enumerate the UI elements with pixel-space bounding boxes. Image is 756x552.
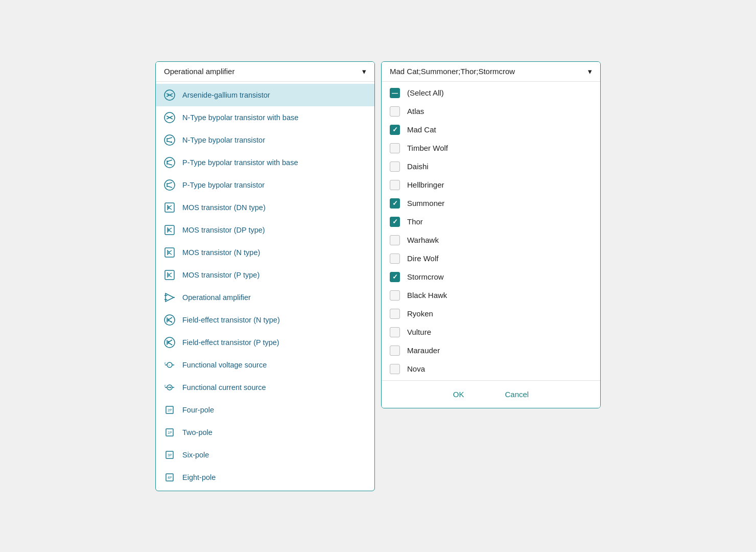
- component-label: Field-effect transistor (N type): [182, 316, 280, 324]
- left-list-item[interactable]: MOS transistor (P type): [156, 264, 374, 286]
- right-check-item[interactable]: Atlas: [382, 102, 600, 121]
- svg-line-63: [168, 342, 172, 345]
- checkbox[interactable]: [390, 327, 400, 337]
- check-item-label: Timber Wolf: [407, 144, 448, 152]
- component-label: MOS transistor (P type): [182, 271, 259, 279]
- svg-text:+: +: [169, 363, 170, 366]
- svg-line-23: [167, 182, 172, 184]
- component-label: Eight-pole: [182, 473, 216, 481]
- left-list-item[interactable]: P-Type bypolar transistor with base: [156, 151, 374, 174]
- svg-line-40: [169, 252, 172, 255]
- component-label: Operational amplifier: [182, 293, 251, 302]
- left-list-item[interactable]: 1PTwo-pole: [156, 421, 374, 444]
- check-item-label: (Select All): [407, 88, 444, 97]
- svg-text:G: G: [168, 93, 170, 96]
- checkbox[interactable]: [390, 272, 400, 282]
- svg-point-11: [164, 135, 175, 145]
- check-item-label: Thor: [407, 217, 423, 226]
- svg-text:2P: 2P: [168, 408, 172, 412]
- svg-line-9: [170, 116, 173, 118]
- right-check-item[interactable]: Timber Wolf: [382, 139, 600, 157]
- right-check-item[interactable]: Thor: [382, 213, 600, 231]
- right-check-item[interactable]: Ryoken: [382, 305, 600, 323]
- component-icon: 2P: [163, 403, 176, 417]
- svg-point-53: [164, 315, 175, 325]
- svg-line-10: [170, 118, 173, 119]
- component-icon: [163, 133, 176, 147]
- component-icon: 4P: [163, 471, 176, 484]
- left-list-item[interactable]: MOS transistor (DN type): [156, 196, 374, 219]
- svg-rect-35: [165, 248, 174, 257]
- component-icon: [163, 223, 176, 237]
- checkbox[interactable]: [390, 309, 400, 319]
- left-list-item[interactable]: N-Type bypolar transistor with base: [156, 106, 374, 129]
- left-list-item[interactable]: 4PEight-pole: [156, 466, 374, 489]
- checkbox[interactable]: [390, 143, 400, 153]
- component-label: Field-effect transistor (P type): [182, 338, 279, 347]
- check-item-label: Daishi: [407, 162, 429, 171]
- check-item-label: Ryoken: [407, 309, 433, 318]
- footer-buttons: OK Cancel: [382, 380, 600, 408]
- check-item-label: Atlas: [407, 107, 424, 116]
- right-check-item[interactable]: Nova: [382, 360, 600, 378]
- check-item-label: Dire Wolf: [407, 254, 438, 263]
- svg-line-19: [167, 164, 172, 165]
- cancel-button[interactable]: Cancel: [494, 388, 539, 401]
- right-check-item[interactable]: Hellbringer: [382, 176, 600, 194]
- svg-line-7: [167, 116, 170, 118]
- right-check-item[interactable]: Stormcrow: [382, 268, 600, 286]
- checkbox[interactable]: [390, 346, 400, 356]
- left-list-item[interactable]: P-Type bypolar transistor: [156, 174, 374, 196]
- checkbox[interactable]: [390, 198, 400, 209]
- svg-line-39: [169, 250, 172, 252]
- left-list-item[interactable]: MOS transistor (N type): [156, 241, 374, 264]
- ok-button[interactable]: OK: [443, 388, 475, 401]
- checkbox[interactable]: [390, 217, 400, 227]
- component-label: Two-pole: [182, 428, 212, 436]
- component-label: P-Type bypolar transistor with base: [182, 158, 298, 167]
- checkbox[interactable]: [390, 125, 400, 135]
- right-check-item[interactable]: Warhawk: [382, 231, 600, 249]
- left-list-item[interactable]: 3PSix-pole: [156, 444, 374, 466]
- left-list-item[interactable]: 2PFour-pole: [156, 399, 374, 421]
- component-icon: [163, 336, 176, 349]
- checkbox[interactable]: [390, 106, 400, 117]
- component-label: MOS transistor (N type): [182, 248, 260, 257]
- svg-line-24: [167, 186, 172, 188]
- right-check-item[interactable]: Summoner: [382, 194, 600, 213]
- right-check-item[interactable]: Daishi: [382, 157, 600, 176]
- right-dropdown-header[interactable]: Mad Cat;Summoner;Thor;Stormcrow ▾: [382, 62, 600, 82]
- left-list-item[interactable]: GArsenide-gallium transistor: [156, 84, 374, 106]
- checkbox[interactable]: [390, 235, 400, 245]
- right-check-item[interactable]: Mad Cat: [382, 121, 600, 139]
- left-list-item[interactable]: +FFunctional voltage source: [156, 354, 374, 376]
- check-item-label: Mad Cat: [407, 125, 436, 134]
- right-check-item[interactable]: Black Hawk: [382, 286, 600, 305]
- left-list-item[interactable]: MOS transistor (DP type): [156, 219, 374, 241]
- right-check-item[interactable]: Dire Wolf: [382, 249, 600, 268]
- left-dropdown-selected-label: Operational amplifier: [164, 67, 234, 76]
- checkbox[interactable]: [390, 162, 400, 172]
- left-dropdown-header[interactable]: Operational amplifier ▾: [156, 62, 374, 82]
- right-chevron-down-icon: ▾: [588, 67, 592, 76]
- left-list-item[interactable]: FFunctional current source: [156, 376, 374, 399]
- svg-line-33: [169, 228, 172, 230]
- svg-text:4P: 4P: [168, 476, 172, 479]
- checkbox[interactable]: [390, 290, 400, 301]
- component-icon: [163, 111, 176, 124]
- left-list-item[interactable]: N-Type bypolar transistor: [156, 129, 374, 151]
- component-label: Arsenide-gallium transistor: [182, 91, 270, 99]
- left-list-item[interactable]: +−Operational amplifier: [156, 286, 374, 309]
- checkbox[interactable]: [390, 88, 400, 98]
- svg-line-34: [169, 230, 172, 232]
- checkbox[interactable]: [390, 254, 400, 264]
- left-dropdown-panel: Operational amplifier ▾ GArsenide-galliu…: [155, 61, 375, 491]
- left-list-item[interactable]: Field-effect transistor (N type): [156, 309, 374, 331]
- checkbox[interactable]: [390, 364, 400, 374]
- left-list-item[interactable]: Field-effect transistor (P type): [156, 331, 374, 354]
- right-check-item[interactable]: (Select All): [382, 84, 600, 102]
- checkbox[interactable]: [390, 180, 400, 190]
- right-check-item[interactable]: Vulture: [382, 323, 600, 341]
- component-label: MOS transistor (DN type): [182, 203, 266, 212]
- right-check-item[interactable]: Marauder: [382, 341, 600, 360]
